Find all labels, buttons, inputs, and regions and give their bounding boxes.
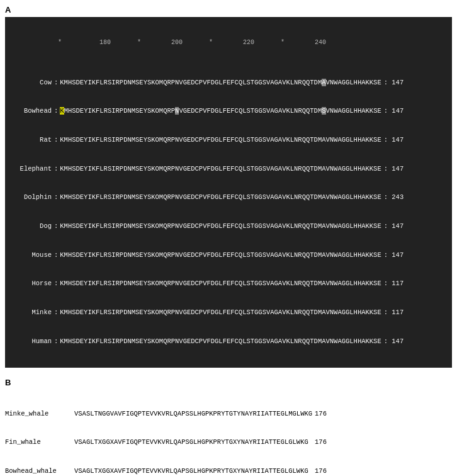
table-row: Human : KMHSDEYIKFLRSIRPDNMSEYSKOMQRPNVG… <box>9 337 448 346</box>
table-row: Minke : KMHSDEYIKFLRSIRPDNMSEYSKOMQRPNVG… <box>9 308 448 317</box>
species-name: Mouse <box>9 251 54 260</box>
species-name: Human <box>9 337 54 346</box>
table-row: Minke_whale VSASLTNGGVAVFIGQPTEVVKVRLQAP… <box>5 409 452 419</box>
table-row: Rat : KMHSDEYIKFLRSIRPDNMSEYSKOMQRPNVGED… <box>9 135 448 145</box>
alignment-block-b1: Minke_whale VSASLTNGGVAVFIGQPTEVVKVRLQAP… <box>5 390 452 476</box>
section-a: A * 180 * 200 * 220 * 240 Cow : KMHSDEYI… <box>5 5 452 368</box>
table-row: Dolphin : KMHSDEYIKFLRSIRPDNMSEYSKOMQRPN… <box>9 193 448 202</box>
species-name: Minke_whale <box>5 409 74 419</box>
sequence: KMHSDEYIKFLRSIRPDNMSEYSKOMQRPNVGEDCPVFDG… <box>60 106 381 116</box>
species-name: Cow <box>9 78 54 88</box>
sequence: KMHSDEYIKFLRSIRPDNMSEYSKOMQRPNVGEDCPVFDG… <box>60 78 381 88</box>
section-b: B Minke_whale VSASLTNGGVAVFIGQPTEVVKVRLQ… <box>5 378 452 476</box>
species-name: Bowhead <box>9 106 54 116</box>
species-name: Dolphin <box>9 193 54 202</box>
sequence: KMHSDEYIKFLRSIRPDNMSEYSKOMQRPNVGEDCPVFDG… <box>60 337 381 346</box>
section-b-label: B <box>5 378 452 387</box>
table-row: Fin_whale VSAGLTXGGXAVFIGQPTEVVKVRLQAPSG… <box>5 438 452 447</box>
species-name: Rat <box>9 135 54 145</box>
sequence: KMHSDEYIKFLRSIRPDNMSEYSKOMQRPNVGEDCPVFDG… <box>60 279 381 288</box>
sequence: VSASLTNGGVAVFIGQPTEVVKVRLQAPSSLHGPKPRYTG… <box>74 409 312 419</box>
sequence: KMHSDEYIKFLRSIRPDNMSEYSKOMQRPNVGEDCPVFDG… <box>60 135 381 145</box>
table-row: Elephant : KMHSDEYIKFLRSIRPDNMSEYSKOMQRP… <box>9 164 448 174</box>
table-row: Bowhead : KMHSDEYIKFLRSIRPDNMSEYSKOMQRPN… <box>9 106 448 116</box>
sequence: VSAGLTXGGXAVFIGQPTEVVKVRLQAPSGLHGPKPRYTG… <box>74 438 308 447</box>
species-name: Minke <box>9 308 54 317</box>
table-row: Cow : KMHSDEYIKFLRSIRPDNMSEYSKOMQRPNVGED… <box>9 78 448 88</box>
sequence: KMHSDEYIKFLRSIRPDNMSEYSKOMQRPNVGEDCPVFDG… <box>60 193 381 202</box>
species-name: Dog <box>9 222 54 231</box>
species-name: Elephant <box>9 164 54 174</box>
sequence: VSAGLTXGGXAVFIGQPTEVVKVRLQAPSGLHGPKPRYTG… <box>74 467 308 476</box>
table-row: Bowhead_whale VSAGLTXGGXAVFIGQPTEVVKVRLQ… <box>5 467 452 476</box>
table-row: Mouse : KMHSDEYIKFLRSIRPDNMSEYSKOMQRPNVG… <box>9 251 448 260</box>
table-row: Horse : KMHSDEYIKFLRSIRPDNMSEYSKOMQRPNVG… <box>9 279 448 288</box>
sequence: KMHSDEYIKFLRSIRPDNMSEYSKOMQRPNVGEDCPVFDG… <box>60 164 381 174</box>
alignment-display-a: * 180 * 200 * 220 * 240 Cow : KMHSDEYIKF… <box>5 17 452 368</box>
section-a-label: A <box>5 5 452 14</box>
species-name: Horse <box>9 279 54 288</box>
species-name: Bowhead_whale <box>5 467 74 476</box>
sequence: KMHSDEYIKFLRSIRPDNMSEYSKOMQRPNVGEDCPVFDG… <box>60 308 381 317</box>
sequence: KMHSDEYIKFLRSIRPDNMSEYSKOMQRPNVGEDCPVFDG… <box>60 251 381 260</box>
ruler-row: * 180 * 200 * 220 * 240 <box>9 38 448 48</box>
sequence: KMHSDEYIKFLRSIRPDNMSEYSKOMQRPNVGEDCPVFDG… <box>60 222 381 231</box>
species-name: Fin_whale <box>5 438 74 447</box>
table-row: Dog : KMHSDEYIKFLRSIRPDNMSEYSKOMQRPNVGED… <box>9 222 448 231</box>
